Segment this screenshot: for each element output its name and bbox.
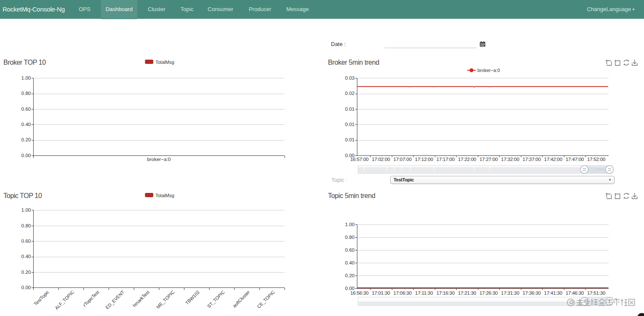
svg-text:0.60: 0.60 [21,238,31,244]
svg-text:17:11:30: 17:11:30 [415,290,433,296]
svg-text:0.01: 0.01 [345,137,354,142]
svg-text:0.20: 0.20 [345,273,354,278]
svg-text:0.40: 0.40 [21,122,31,127]
svg-text:0.01: 0.01 [345,106,354,112]
svg-text:CE_TOPIC: CE_TOPIC [256,289,276,309]
svg-text:0.40: 0.40 [21,254,31,259]
svg-text:Topic TOP 10: Topic TOP 10 [3,192,42,199]
svg-text:1.00: 1.00 [345,222,354,227]
svg-text:17:46:30: 17:46:30 [566,290,584,296]
svg-text:0.02: 0.02 [345,91,354,96]
svg-text:17:22:00: 17:22:00 [458,157,476,162]
svg-text:16:57:00: 16:57:00 [350,157,368,162]
svg-text:Broker 5min trend: Broker 5min trend [328,59,379,66]
svg-text:ALF_TOPIC: ALF_TOPIC [54,289,75,310]
svg-text:1.00: 1.00 [21,207,31,213]
svg-text:0.00: 0.00 [21,285,31,290]
svg-text:17:06:30: 17:06:30 [394,290,412,296]
svg-text:17:21:30: 17:21:30 [458,290,476,296]
svg-text:16:56:30: 16:56:30 [350,290,368,296]
svg-text:17:27:00: 17:27:00 [480,157,498,162]
svg-text:17:12:00: 17:12:00 [415,157,433,162]
svg-text:17:02:00: 17:02:00 [372,157,390,162]
svg-text:0.40: 0.40 [345,260,354,265]
svg-text:Broker TOP 10: Broker TOP 10 [3,59,46,66]
svg-text:TestTopic: TestTopic [33,289,50,307]
svg-text:0.60: 0.60 [345,247,354,253]
svg-text:0.00: 0.00 [21,153,31,158]
svg-text:Topic 5min trend: Topic 5min trend [328,192,375,199]
svg-text:ME_TOPIC: ME_TOPIC [155,289,175,310]
svg-text:17:41:30: 17:41:30 [544,290,562,296]
svg-text:17:16:30: 17:16:30 [437,290,455,296]
svg-text:0.80: 0.80 [21,223,31,228]
svg-text:17:01:30: 17:01:30 [372,290,390,296]
svg-text:17:42:00: 17:42:00 [544,157,562,162]
svg-text:1.00: 1.00 [21,75,31,80]
svg-text:0.20: 0.20 [21,270,31,275]
svg-text:TotalMsg: TotalMsg [155,193,174,198]
svg-text:TotalMsg: TotalMsg [155,60,174,65]
svg-text:17:52:00: 17:52:00 [587,157,605,162]
svg-text:17:17:00: 17:17:00 [437,157,455,162]
svg-text:0.01: 0.01 [345,122,354,127]
svg-text:0.80: 0.80 [345,235,354,240]
svg-text:17:51:30: 17:51:30 [587,290,605,296]
svg-text:17:36:30: 17:36:30 [523,290,541,296]
svg-text:0.80: 0.80 [21,91,31,96]
svg-text:ST_TOPIC: ST_TOPIC [206,289,226,309]
svg-text:ED_EVENT: ED_EVENT [104,289,125,310]
svg-text:0.03: 0.03 [345,75,354,80]
svg-text:17:37:00: 17:37:00 [523,157,541,162]
svg-text:0.60: 0.60 [21,106,31,112]
svg-text:hmarkTest: hmarkTest [132,289,150,308]
svg-text:17:26:30: 17:26:30 [480,290,498,296]
svg-text:TBW102: TBW102 [184,289,201,305]
svg-text:broker−a:0: broker−a:0 [147,157,170,162]
svg-text:aultCluster: aultCluster [232,289,251,308]
svg-text:broker−a:0: broker−a:0 [477,68,500,73]
svg-text:17:07:00: 17:07:00 [394,157,412,162]
svg-text:17:31:30: 17:31:30 [501,290,519,296]
svg-text:17:32:00: 17:32:00 [501,157,519,162]
svg-text:0.20: 0.20 [21,137,31,142]
svg-text:17:47:00: 17:47:00 [566,157,584,162]
svg-text:rTopicTest: rTopicTest [82,289,100,307]
